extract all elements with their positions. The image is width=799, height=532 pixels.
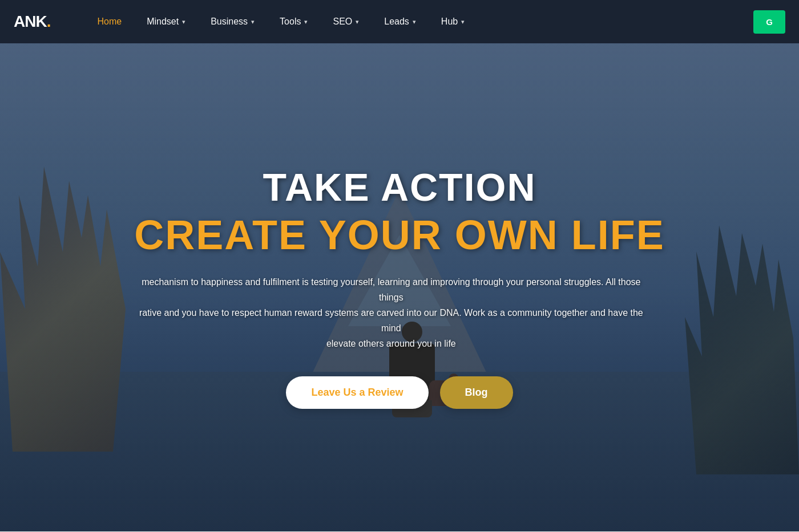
nav-label-mindset: Mindset: [147, 17, 179, 27]
navbar: ANK. Home Mindset ▾ Business ▾ Tools ▾ S…: [0, 0, 799, 43]
hero-description-line3: elevate others around you in life: [326, 339, 456, 348]
nav-item-mindset[interactable]: Mindset ▾: [134, 0, 198, 43]
nav-label-leads: Leads: [384, 17, 409, 27]
hero-title-line2: CREATE YOUR OWN LIFE: [134, 213, 664, 258]
nav-label-home: Home: [97, 17, 122, 27]
logo-dot: .: [47, 13, 51, 30]
nav-item-hub[interactable]: Hub ▾: [429, 0, 477, 43]
chevron-down-icon: ▾: [304, 18, 308, 26]
chevron-down-icon: ▾: [251, 18, 255, 26]
nav-item-tools[interactable]: Tools ▾: [267, 0, 320, 43]
leave-review-button[interactable]: Leave Us a Review: [286, 376, 428, 409]
nav-item-seo[interactable]: SEO ▾: [320, 0, 372, 43]
nav-item-business[interactable]: Business ▾: [198, 0, 267, 43]
nav-label-tools: Tools: [280, 17, 301, 27]
hero-buttons: Leave Us a Review Blog: [134, 376, 664, 409]
nav-item-leads[interactable]: Leads ▾: [372, 0, 429, 43]
hero-description-line2: rative and you have to respect human rew…: [139, 308, 643, 333]
chevron-down-icon: ▾: [461, 18, 465, 26]
nav-label-seo: SEO: [333, 17, 352, 27]
hero-title-line1: TAKE ACTION: [134, 166, 664, 209]
nav-menu: Home Mindset ▾ Business ▾ Tools ▾ SEO ▾ …: [84, 0, 753, 43]
hero-content: TAKE ACTION CREATE YOUR OWN LIFE mechani…: [123, 166, 676, 409]
site-logo[interactable]: ANK.: [14, 13, 50, 31]
hero-description: mechanism to happiness and fulfilment is…: [134, 274, 648, 352]
navbar-cta-button[interactable]: G: [753, 10, 785, 34]
nav-label-business: Business: [211, 17, 248, 27]
chevron-down-icon: ▾: [413, 18, 416, 26]
hero-section: TAKE ACTION CREATE YOUR OWN LIFE mechani…: [0, 43, 799, 531]
hero-description-line1: mechanism to happiness and fulfilment is…: [142, 277, 640, 302]
chevron-down-icon: ▾: [356, 18, 359, 26]
nav-item-home[interactable]: Home: [84, 0, 134, 43]
nav-label-hub: Hub: [441, 17, 458, 27]
chevron-down-icon: ▾: [182, 18, 185, 26]
blog-button[interactable]: Blog: [440, 376, 513, 409]
